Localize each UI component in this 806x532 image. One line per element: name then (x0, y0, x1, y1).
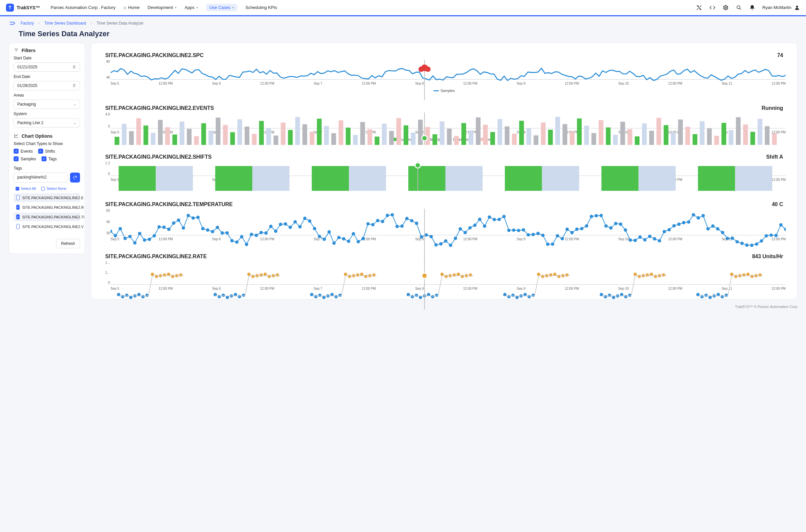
checkbox-samples[interactable]: ✓Samples (14, 156, 36, 161)
select-all-link[interactable]: ✓Select All (16, 187, 36, 190)
areas-select[interactable]: Packaging ⌄ (14, 99, 80, 109)
svg-rect-68 (555, 117, 560, 145)
svg-point-125 (148, 238, 151, 241)
chart-events-svg[interactable] (111, 113, 786, 145)
svg-rect-67 (548, 130, 553, 145)
checkbox-icon: ✓ (16, 205, 20, 210)
svg-point-360 (721, 295, 724, 298)
code-icon[interactable] (709, 5, 715, 11)
tools-icon[interactable] (696, 5, 702, 11)
nav-use-cases[interactable]: Use Cases▾ (206, 4, 238, 11)
crumb-time-series-dashboard[interactable]: Time Series Dashboard (44, 21, 86, 25)
svg-point-317 (452, 273, 456, 277)
svg-point-254 (774, 234, 778, 237)
svg-rect-75 (606, 128, 611, 145)
svg-point-205 (537, 232, 540, 235)
svg-rect-32 (295, 117, 300, 145)
end-date-input[interactable]: 01/28/2025 🗓 (14, 81, 80, 90)
svg-point-123 (138, 232, 142, 235)
chart-options-header: Chart Options (14, 133, 80, 139)
user-menu[interactable]: Ryan McMartin (763, 5, 800, 11)
tags-input[interactable]: packing%line%2 (14, 173, 68, 183)
svg-point-339 (604, 295, 607, 298)
start-date-input[interactable]: 01/21/2025 🗓 (14, 62, 80, 72)
svg-point-245 (731, 236, 734, 240)
search-icon[interactable] (736, 5, 742, 11)
svg-point-153 (284, 222, 287, 226)
svg-point-260 (125, 294, 129, 297)
svg-point-299 (348, 275, 351, 278)
svg-point-131 (177, 218, 180, 222)
chart-shifts-svg[interactable] (111, 161, 786, 191)
svg-point-200 (512, 228, 515, 232)
svg-rect-80 (642, 124, 646, 145)
checkbox-tags[interactable]: ✓Tags (41, 156, 57, 161)
svg-point-133 (187, 214, 190, 217)
system-select[interactable]: Packing Line 2 ⌄ (14, 118, 80, 128)
svg-rect-17 (187, 129, 191, 145)
svg-point-248 (745, 244, 749, 247)
tag-item[interactable]: ✓SITE.PACKAGING.PACKINGLINE2.V (14, 222, 80, 231)
svg-point-276 (222, 294, 225, 297)
svg-point-275 (218, 295, 221, 298)
svg-point-187 (449, 244, 452, 247)
tag-item[interactable]: ✓SITE.PACKAGING.PACKINGLINE2.TI (14, 212, 80, 221)
svg-rect-47 (404, 126, 408, 145)
svg-rect-92 (729, 130, 733, 145)
svg-rect-26 (252, 134, 257, 145)
chart-spc-svg[interactable] (111, 60, 786, 100)
svg-point-2 (796, 6, 798, 7)
svg-point-146 (250, 233, 253, 236)
tag-item[interactable]: ✓SITE.PACKAGING.PACKINGLINE2.R (14, 203, 80, 212)
svg-point-312 (431, 295, 434, 298)
svg-rect-28 (266, 128, 271, 145)
gear-icon[interactable] (723, 5, 729, 11)
svg-point-344 (624, 295, 627, 298)
nav-scheduling-kpis[interactable]: Scheduling KPIs (245, 5, 277, 10)
chart-rate-svg[interactable] (111, 261, 786, 309)
svg-point-178 (405, 217, 409, 220)
chart-temperature: SITE.PACKAGING.PACKINGLINE2.TEMPERATURE … (102, 202, 786, 241)
svg-rect-91 (721, 123, 726, 145)
chart-temp-svg[interactable] (111, 209, 786, 263)
chart-temp-title: SITE.PACKAGING.PACKINGLINE2.TEMPERATURE (105, 202, 233, 207)
select-none-link[interactable]: Select None (41, 187, 67, 190)
nav-tool-icons: Ryan McMartin (696, 5, 800, 11)
svg-rect-36 (324, 126, 329, 145)
svg-point-202 (522, 228, 525, 232)
svg-point-287 (267, 275, 271, 278)
svg-point-319 (461, 275, 464, 278)
svg-point-137 (206, 228, 209, 232)
svg-point-199 (507, 229, 510, 232)
svg-point-185 (439, 242, 443, 246)
svg-point-193 (478, 218, 481, 221)
crumb-factory[interactable]: Factory (21, 21, 34, 25)
filters-header: Filters (14, 48, 80, 53)
tags-refresh-button[interactable] (70, 173, 80, 183)
svg-point-190 (464, 231, 467, 234)
refresh-button[interactable]: Refresh (56, 239, 80, 248)
svg-point-241 (711, 224, 714, 228)
bell-icon[interactable] (749, 5, 755, 11)
svg-rect-69 (563, 124, 567, 145)
svg-point-186 (444, 239, 448, 243)
tag-item[interactable]: ✓SITE.PACKAGING.PACKINGLINE2.E (14, 193, 80, 202)
svg-point-301 (356, 273, 359, 277)
nav-home[interactable]: ⌂ Home (124, 5, 140, 10)
brand[interactable]: T TrakSYS™ (6, 4, 40, 12)
svg-point-143 (235, 240, 238, 244)
charts-panel: SITE.PACKAGING.PACKINGLINE2.SPC 74 8048 … (91, 43, 798, 299)
svg-point-227 (643, 238, 646, 242)
nav-apps[interactable]: Apps▾ (185, 5, 198, 10)
svg-point-236 (687, 221, 690, 224)
nav-development[interactable]: Development▾ (147, 5, 176, 10)
chart-temp-value: 40 C (772, 202, 783, 207)
svg-point-126 (153, 234, 156, 237)
breadcrumb-toggle-icon[interactable] (8, 20, 16, 27)
checkbox-shifts[interactable]: ✓Shifts (38, 149, 55, 154)
chevron-down-icon: ▾ (196, 6, 198, 9)
checkbox-events[interactable]: ✓Events (14, 149, 33, 154)
chart-events-title: SITE.PACKAGING.PACKINGLINE2.EVENTS (105, 105, 214, 111)
svg-point-296 (334, 295, 338, 298)
svg-rect-33 (302, 124, 307, 145)
